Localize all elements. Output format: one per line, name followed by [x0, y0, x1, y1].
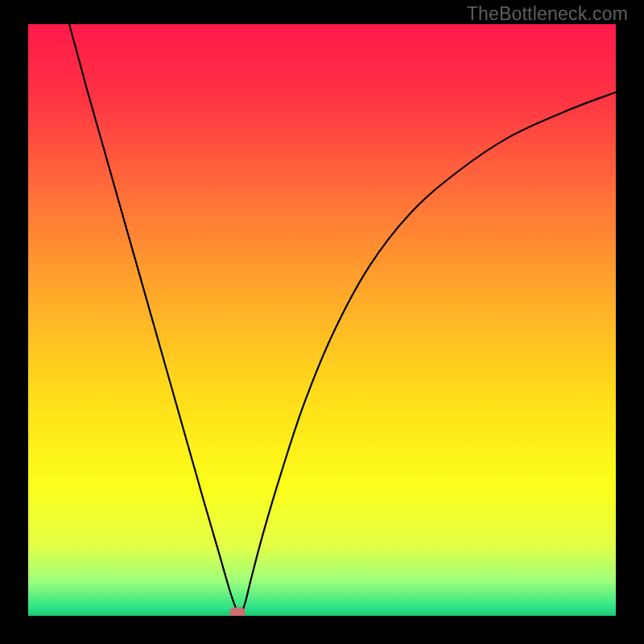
bottleneck-curve	[28, 24, 616, 616]
chart-plot-area	[28, 24, 616, 616]
optimal-point-marker	[229, 608, 246, 617]
watermark-text: TheBottleneck.com	[467, 3, 628, 25]
